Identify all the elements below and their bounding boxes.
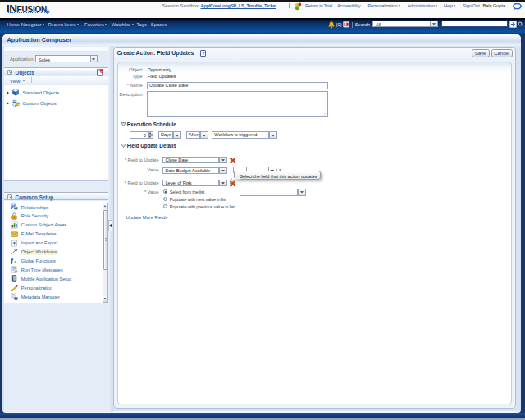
- svg-text:x: x: [13, 259, 16, 264]
